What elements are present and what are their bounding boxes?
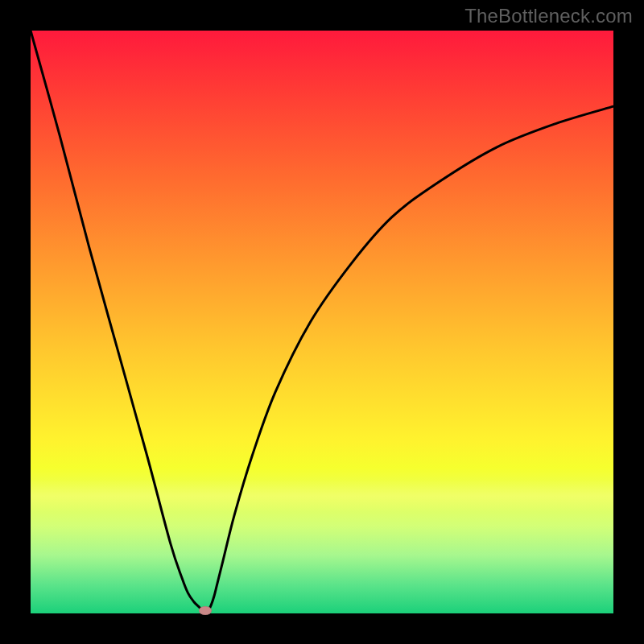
plot-area	[31, 31, 613, 613]
chart-frame: TheBottleneck.com	[0, 0, 644, 644]
watermark-text: TheBottleneck.com	[464, 5, 633, 27]
bottleneck-curve	[31, 31, 613, 613]
minimum-marker	[199, 606, 212, 615]
